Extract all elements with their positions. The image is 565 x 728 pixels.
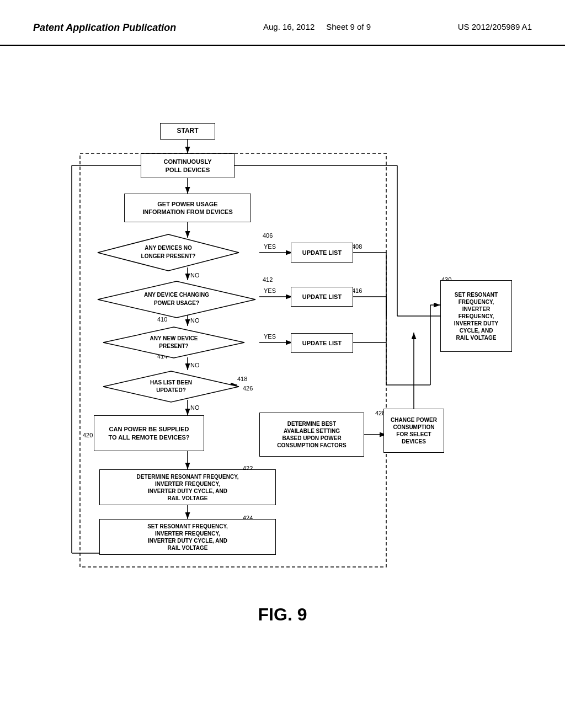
pub-date: Aug. 16, 2012: [263, 22, 315, 31]
node-404: GET POWER USAGE INFORMATION FROM DEVICES: [124, 194, 251, 222]
svg-text:420: 420: [83, 432, 93, 438]
svg-text:YES: YES: [264, 287, 276, 294]
svg-text:NO: NO: [190, 272, 200, 279]
svg-text:412: 412: [263, 276, 273, 283]
diamond-414: ANY NEW DEVICE PRESENT?: [102, 326, 246, 359]
node-402: CONTINUOUSLY POLL DEVICES: [141, 153, 234, 178]
diamond-418: HAS LIST BEEN UPDATED?: [102, 370, 240, 403]
svg-text:YES: YES: [264, 333, 276, 340]
svg-text:ANY DEVICES NO: ANY DEVICES NO: [145, 245, 192, 251]
svg-text:426: 426: [243, 385, 253, 392]
svg-marker-57: [98, 234, 239, 271]
patent-number: US 2012/205989 A1: [458, 22, 532, 31]
svg-text:YES: YES: [264, 243, 276, 250]
svg-text:NO: NO: [190, 404, 200, 411]
svg-marker-63: [103, 327, 244, 358]
diamond-406: ANY DEVICES NO LONGER PRESENT?: [97, 233, 240, 272]
svg-text:PRESENT?: PRESENT?: [159, 343, 188, 349]
page: Patent Application Publication Aug. 16, …: [0, 0, 565, 728]
node-422: DETERMINE RESONANT FREQUENCY, INVERTER F…: [99, 469, 276, 505]
node-426: DETERMINE BEST AVAILABLE SETTING BASED U…: [259, 413, 364, 457]
svg-text:406: 406: [263, 232, 273, 239]
svg-text:LONGER PRESENT?: LONGER PRESENT?: [141, 253, 196, 259]
publication-label: Patent Application Publication: [33, 22, 176, 34]
node-424: SET RESONANT FREQUENCY, INVERTER FREQUEN…: [99, 519, 276, 555]
svg-marker-60: [98, 281, 255, 318]
diagram-container: YES NO YES 410 NO YES 414 NO NO 400 402 …: [0, 51, 565, 658]
svg-marker-66: [103, 371, 239, 402]
node-416: UPDATE LIST: [291, 333, 353, 353]
header: Patent Application Publication Aug. 16, …: [0, 0, 565, 46]
svg-text:416: 416: [352, 287, 362, 294]
svg-text:UPDATED?: UPDATED?: [156, 387, 186, 393]
svg-text:HAS LIST BEEN: HAS LIST BEEN: [150, 379, 192, 386]
node-420: CAN POWER BE SUPPLIED TO ALL REMOTE DEVI…: [94, 415, 204, 451]
svg-text:ANY NEW DEVICE: ANY NEW DEVICE: [150, 335, 198, 341]
node-412: UPDATE LIST: [291, 287, 353, 307]
header-center: Aug. 16, 2012 Sheet 9 of 9: [263, 22, 371, 31]
figure-label: FIG. 9: [0, 604, 565, 625]
node-430: SET RESONANT FREQUENCY, INVERTER FREQUEN…: [440, 280, 512, 352]
svg-text:408: 408: [352, 243, 362, 250]
node-428: CHANGE POWER CONSUMPTION FOR SELECT DEVI…: [383, 409, 444, 453]
sheet-info: Sheet 9 of 9: [326, 22, 371, 31]
arrows-svg: YES NO YES 410 NO YES 414 NO NO 400 402 …: [0, 51, 565, 658]
svg-text:POWER USAGE?: POWER USAGE?: [154, 300, 199, 306]
svg-text:ANY DEVICE CHANGING: ANY DEVICE CHANGING: [144, 292, 209, 298]
diamond-410: ANY DEVICE CHANGING POWER USAGE?: [97, 280, 257, 319]
svg-text:NO: NO: [190, 362, 200, 368]
start-box: START: [160, 123, 215, 140]
node-408: UPDATE LIST: [291, 243, 353, 263]
